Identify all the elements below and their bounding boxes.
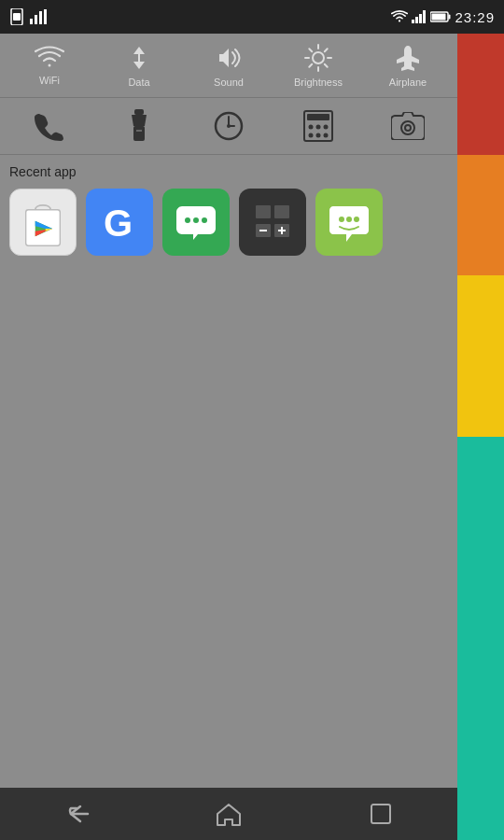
qs-wifi[interactable]: WiFi [8, 45, 91, 86]
qs-data[interactable]: Data [98, 43, 180, 88]
app-play-store[interactable] [9, 189, 77, 256]
qs-brightness-label: Brightness [294, 77, 343, 88]
svg-point-48 [202, 217, 207, 223]
svg-rect-25 [136, 130, 142, 132]
svg-rect-49 [256, 205, 271, 218]
sound-icon [216, 43, 242, 73]
sc-flashlight[interactable] [98, 109, 180, 143]
svg-line-21 [325, 49, 328, 51]
bars-icon [30, 9, 47, 24]
app-calculator[interactable] [239, 189, 306, 256]
recent-section: Recent app G [0, 155, 457, 260]
svg-rect-23 [134, 109, 144, 115]
side-panel [457, 34, 504, 840]
svg-point-38 [401, 121, 414, 134]
qs-wifi-label: WiFi [39, 75, 60, 86]
svg-rect-8 [419, 14, 422, 23]
qs-data-label: Data [128, 77, 149, 88]
status-time: 23:29 [455, 9, 495, 25]
svg-point-58 [354, 217, 359, 222]
timer-icon [213, 110, 245, 142]
svg-point-35 [309, 133, 314, 138]
svg-rect-5 [44, 9, 47, 24]
svg-point-57 [346, 217, 352, 222]
calculator-icon [303, 110, 333, 142]
status-bar: 23:29 [0, 0, 504, 34]
qs-brightness[interactable]: Brightness [277, 43, 359, 88]
svg-point-56 [339, 217, 344, 222]
svg-rect-3 [35, 15, 37, 24]
data-icon [126, 43, 152, 73]
sc-camera[interactable] [367, 112, 449, 140]
camera-icon [391, 112, 425, 140]
svg-point-34 [324, 125, 329, 130]
svg-point-33 [316, 125, 321, 130]
main-panel: WiFi Data Sound [0, 34, 457, 840]
system-controls-row [0, 98, 457, 155]
qs-sound-label: Sound [214, 77, 244, 88]
app-google[interactable]: G [86, 189, 153, 256]
svg-rect-59 [371, 805, 390, 823]
home-button[interactable] [191, 795, 266, 833]
status-left-icons [9, 0, 47, 34]
svg-rect-11 [449, 15, 451, 20]
svg-point-14 [313, 52, 324, 63]
svg-rect-12 [432, 14, 446, 21]
svg-rect-2 [30, 19, 33, 24]
qs-sound[interactable]: Sound [188, 43, 270, 88]
app-messaging[interactable] [315, 189, 383, 256]
svg-rect-4 [39, 11, 42, 24]
svg-point-47 [193, 217, 199, 223]
svg-point-46 [185, 217, 190, 223]
app-hangouts[interactable] [162, 189, 230, 256]
recent-apps-list: G [9, 189, 448, 256]
sim-icon [9, 8, 24, 25]
svg-rect-31 [307, 114, 329, 120]
wifi-icon [35, 45, 64, 71]
svg-rect-1 [13, 13, 21, 21]
svg-rect-50 [274, 205, 289, 218]
recent-apps-button[interactable] [343, 795, 418, 833]
svg-rect-7 [415, 17, 418, 23]
sc-timer[interactable] [188, 110, 270, 142]
battery-icon [430, 11, 451, 22]
nav-bar [0, 788, 457, 840]
svg-point-36 [316, 133, 321, 138]
empty-space [0, 260, 457, 652]
phone-icon [35, 111, 64, 141]
svg-text:G: G [104, 203, 133, 244]
airplane-icon [393, 43, 423, 73]
svg-line-22 [309, 64, 312, 67]
svg-rect-9 [423, 10, 426, 23]
sc-phone[interactable] [8, 111, 91, 141]
signal-icon [412, 10, 427, 23]
svg-point-32 [309, 125, 314, 130]
svg-line-19 [309, 49, 312, 51]
back-button[interactable] [39, 795, 114, 833]
qs-airplane[interactable]: Airplane [367, 43, 449, 88]
status-wifi-icon [391, 10, 408, 23]
svg-rect-24 [133, 126, 145, 141]
flashlight-icon [126, 109, 152, 143]
brightness-icon [303, 43, 333, 73]
status-right-icons: 23:29 [391, 9, 495, 25]
svg-point-39 [405, 125, 411, 131]
qs-airplane-label: Airplane [389, 77, 427, 88]
recent-label: Recent app [9, 164, 448, 179]
quick-settings-row: WiFi Data Sound [0, 34, 457, 98]
svg-rect-6 [412, 20, 414, 23]
svg-line-20 [325, 64, 328, 67]
svg-point-37 [324, 133, 329, 138]
sc-calculator[interactable] [277, 110, 359, 142]
